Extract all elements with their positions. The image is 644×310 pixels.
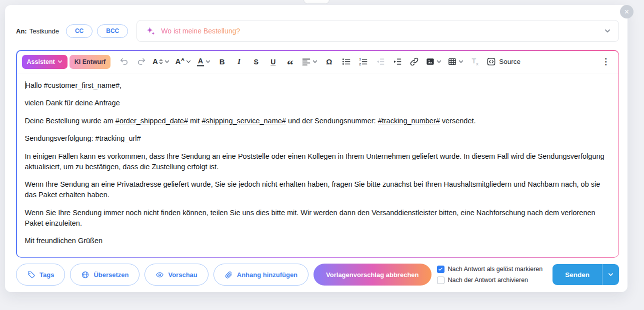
underline-button[interactable]: U [266, 54, 280, 69]
font-color-button[interactable]: A [195, 54, 212, 69]
remove-format-button[interactable]: Tx [468, 54, 482, 69]
chevron-down-icon [186, 60, 191, 63]
editor-paragraph: vielen Dank für deine Anfrage [25, 98, 610, 108]
insert-table-button[interactable] [446, 54, 466, 69]
resolve-checkbox[interactable]: Nach Antwort als gelöst markieren [437, 266, 543, 273]
tag-icon [27, 271, 36, 279]
link-button[interactable] [406, 54, 422, 69]
recipient-row: An: Testkunde CC BCC Wo ist meine Bestel… [16, 20, 619, 42]
bcc-button[interactable]: BCC [97, 24, 128, 38]
cancel-template-suggestion-button[interactable]: Vorlagenvorschlag abbrechen [314, 264, 431, 286]
checkbox-label: Nach Antwort als gelöst markieren [448, 266, 543, 273]
translate-button[interactable]: Übersetzen [70, 264, 140, 286]
archive-checkbox[interactable]: Nach der Antwort archivieren [437, 277, 543, 284]
strikethrough-button[interactable]: S [248, 54, 264, 69]
check-icon [438, 267, 443, 272]
template-placeholder: Wo ist meine Bestellung? [161, 27, 240, 35]
template-selector[interactable]: Wo ist meine Bestellung? [136, 20, 619, 42]
send-split-button: Senden [552, 264, 619, 285]
send-options-button[interactable] [602, 264, 619, 285]
sparkle-icon [145, 26, 156, 36]
chevron-down-icon [206, 60, 210, 63]
font-size-button[interactable]: A [150, 54, 171, 69]
tags-button[interactable]: Tags [16, 264, 65, 286]
editor-toolbar: Assistent KI Entwurf A A A [17, 51, 618, 73]
chevron-down-icon [458, 60, 464, 63]
link-icon [410, 57, 419, 66]
outdent-button[interactable] [372, 54, 388, 69]
editor-paragraph: Wenn Sie Ihre Sendung immer noch nicht f… [25, 208, 610, 229]
checkbox-box[interactable] [437, 266, 444, 273]
undo-button[interactable] [116, 54, 132, 69]
editor-paragraph: Mit freundlichen Grüßen [25, 236, 610, 246]
footer-bar: Tags Übersetzen Vorschau Anhang hinzufüg… [16, 264, 619, 286]
bulleted-list-button[interactable] [338, 54, 354, 69]
chevron-down-icon [436, 60, 442, 63]
numbered-list-button[interactable] [356, 54, 370, 69]
chevron-down-icon [608, 273, 614, 277]
editor-content[interactable]: Hallo #customer_first_name#,vielen Dank … [17, 73, 618, 257]
editor-frame: Assistent KI Entwurf A A A [16, 50, 619, 258]
redo-icon [136, 57, 146, 66]
table-icon [448, 57, 457, 66]
numbered-list-icon [358, 57, 368, 66]
chevron-down-icon [312, 60, 318, 63]
chevron-down-icon[interactable] [604, 29, 610, 33]
top-tab [304, 0, 330, 4]
send-options: Nach Antwort als gelöst markieren Nach d… [437, 266, 544, 284]
to-label: An: [16, 27, 27, 35]
updown-icon [159, 58, 163, 65]
checkbox-label: Nach der Antwort archivieren [448, 277, 528, 284]
special-characters-button[interactable]: Ω [322, 54, 336, 69]
ai-draft-button[interactable]: KI Entwurf [70, 55, 111, 69]
editor-paragraph: Sendungsverfolgung: #tracking_url# [25, 133, 610, 144]
globe-icon [81, 271, 90, 279]
italic-button[interactable]: I [232, 54, 246, 69]
align-icon [302, 57, 311, 66]
add-attachment-button[interactable]: Anhang hinzufügen [214, 264, 308, 286]
outdent-icon [376, 57, 385, 66]
send-button[interactable]: Senden [552, 264, 602, 285]
editor-paragraph: In einigen Fällen kann es vorkommen, das… [25, 151, 610, 172]
bold-button[interactable]: B [214, 54, 230, 69]
source-icon [486, 57, 496, 66]
compose-dialog: × An: Testkunde CC BCC Wo ist meine Best… [5, 5, 628, 292]
to-value: Testkunde [30, 27, 59, 35]
align-button[interactable] [300, 54, 320, 69]
checkbox-box[interactable] [437, 277, 444, 284]
preview-button[interactable]: Vorschau [144, 264, 208, 286]
font-family-button[interactable]: A A [174, 54, 193, 69]
close-button[interactable]: × [620, 5, 634, 18]
bulleted-list-icon [342, 57, 351, 66]
indent-button[interactable] [390, 54, 404, 69]
close-icon: × [624, 8, 629, 16]
indent-icon [392, 57, 402, 66]
source-button[interactable]: Source [484, 54, 522, 69]
eye-icon [156, 271, 164, 279]
image-icon [426, 57, 435, 66]
paperclip-icon [224, 271, 233, 279]
cc-button[interactable]: CC [66, 24, 92, 38]
undo-icon [120, 57, 129, 66]
editor-paragraph: Wenn Ihre Sendung an eine Privatadresse … [25, 179, 610, 200]
assistant-button[interactable]: Assistent [22, 55, 68, 69]
editor-paragraph: Deine Bestellung wurde am #order_shipped… [25, 116, 610, 126]
chevron-down-icon [164, 60, 170, 63]
redo-button[interactable] [134, 54, 148, 69]
insert-image-button[interactable] [424, 54, 444, 69]
more-options-button[interactable]: ⋮ [598, 54, 614, 69]
blockquote-button[interactable]: “ [282, 54, 298, 69]
editor-paragraph: Hallo #customer_first_name#, [25, 80, 610, 91]
chevron-down-icon [58, 60, 62, 63]
